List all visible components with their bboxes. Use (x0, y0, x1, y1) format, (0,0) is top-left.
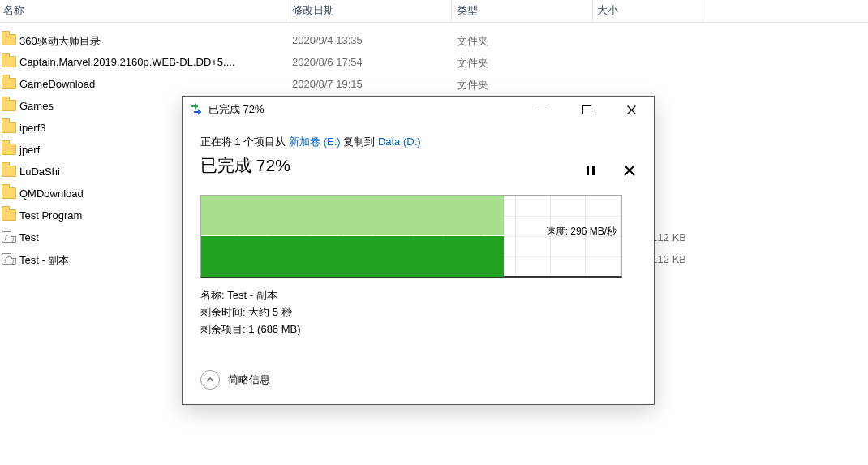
simple-info-toggle[interactable]: 简略信息 (200, 370, 270, 390)
file-name: Test - 副本 (19, 253, 69, 268)
copy-progress-dialog: 已完成 72% 正在将 1 个项目从 新加卷 (E:) 复制到 Data (D:… (182, 96, 655, 405)
folder-icon (2, 166, 16, 177)
chevron-up-icon (200, 370, 220, 390)
file-name: jperf (19, 144, 40, 156)
folder-icon (2, 187, 16, 199)
file-row[interactable]: GameDownload2020/8/7 19:15文件夹 (0, 75, 868, 97)
window-buttons (520, 97, 654, 123)
detail-name-label: 名称: (200, 289, 227, 301)
column-header-name[interactable]: 名称 (3, 3, 24, 18)
column-header-size[interactable]: 大小 (597, 3, 618, 18)
speed-chart: 速度: 296 MB/秒 (200, 195, 622, 278)
file-type: 文件夹 (457, 34, 488, 49)
file-date: 2020/8/6 17:54 (292, 56, 363, 68)
detail-time-label: 剩余时间: (200, 306, 248, 318)
speed-history-bar (201, 196, 504, 235)
file-name: Test (19, 231, 39, 243)
cancel-button[interactable] (621, 161, 638, 179)
minimize-button[interactable] (520, 97, 565, 123)
copying-text: 正在将 1 个项目从 新加卷 (E:) 复制到 Data (D:) (200, 135, 638, 149)
folder-icon (2, 56, 16, 67)
simple-info-label: 简略信息 (228, 372, 270, 387)
dialog-titlebar[interactable]: 已完成 72% (183, 97, 654, 124)
detail-time: 剩余时间: 大约 5 秒 (200, 304, 638, 321)
detail-time-value: 大约 5 秒 (248, 306, 291, 318)
folder-icon (2, 78, 16, 89)
detail-items-label: 剩余项目: (200, 323, 248, 335)
disc-image-icon (2, 253, 16, 265)
column-separator[interactable] (592, 0, 593, 23)
file-row[interactable]: 360驱动大师目录2020/9/4 13:35文件夹 (0, 31, 868, 53)
file-name: GameDownload (19, 78, 95, 90)
column-separator[interactable] (451, 0, 452, 23)
svg-rect-1 (583, 105, 591, 114)
progress-bar (201, 236, 504, 277)
file-name: Captain.Marvel.2019.2160p.WEB-DL.DD+5...… (19, 56, 235, 68)
folder-icon (2, 100, 16, 111)
file-name: Test Program (19, 209, 82, 222)
file-name: Games (19, 100, 54, 112)
folder-icon (2, 209, 16, 221)
maximize-button[interactable] (565, 97, 609, 123)
pause-button[interactable] (582, 161, 599, 179)
disc-image-icon (2, 231, 16, 243)
source-drive-link[interactable]: 新加卷 (E:) (289, 136, 341, 148)
file-name: QMDownload (19, 187, 84, 200)
folder-icon (2, 144, 16, 155)
column-header-type[interactable]: 类型 (457, 3, 478, 18)
close-button[interactable] (609, 97, 654, 123)
column-separator[interactable] (286, 0, 286, 23)
svg-rect-2 (587, 166, 589, 175)
file-name: 360驱动大师目录 (19, 34, 101, 49)
detail-items: 剩余项目: 1 (686 MB) (200, 321, 638, 338)
file-name: iperf3 (19, 122, 46, 134)
transfer-controls (582, 161, 638, 179)
folder-icon (2, 122, 16, 133)
file-name: LuDaShi (19, 166, 60, 178)
detail-name-value: Test - 副本 (227, 289, 277, 301)
file-row[interactable]: Captain.Marvel.2019.2160p.WEB-DL.DD+5...… (0, 53, 868, 75)
column-header-date[interactable]: 修改日期 (292, 3, 334, 18)
detail-name: 名称: Test - 副本 (200, 287, 638, 304)
copying-prefix: 正在将 1 个项目从 (200, 136, 289, 148)
file-type: 文件夹 (457, 78, 488, 93)
detail-items-value: 1 (686 MB) (248, 323, 300, 335)
file-date: 2020/9/4 13:35 (292, 34, 363, 46)
dest-drive-link[interactable]: Data (D:) (378, 136, 421, 148)
column-separator[interactable] (703, 0, 703, 23)
progress-status: 已完成 72% (200, 154, 638, 177)
speed-label: 速度: 296 MB/秒 (546, 225, 617, 239)
dialog-title: 已完成 72% (208, 102, 264, 117)
copying-middle: 复制到 (341, 136, 378, 148)
file-date: 2020/8/7 19:15 (292, 78, 363, 90)
copy-details: 名称: Test - 副本 剩余时间: 大约 5 秒 剩余项目: 1 (686 … (200, 287, 638, 338)
svg-rect-3 (592, 166, 595, 175)
copy-operation-icon (191, 104, 202, 115)
column-headers: 名称 修改日期 类型 大小 (0, 0, 868, 23)
file-type: 文件夹 (457, 56, 488, 71)
folder-icon (2, 34, 16, 45)
